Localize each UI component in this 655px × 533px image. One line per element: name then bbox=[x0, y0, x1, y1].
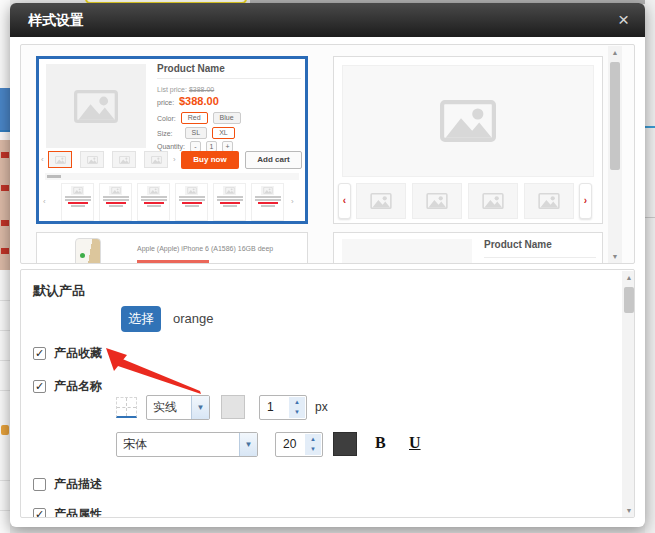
thumbs-next-icon: › bbox=[173, 155, 176, 164]
main-image-placeholder bbox=[46, 64, 146, 148]
image-placeholder-icon bbox=[440, 100, 496, 142]
scroll-up-icon[interactable]: ▲ bbox=[622, 271, 635, 285]
size-option-xl: XL bbox=[212, 127, 235, 139]
color-option-blue: Blue bbox=[213, 112, 241, 124]
border-color-swatch[interactable] bbox=[221, 395, 245, 419]
settings-form-panel: 默认产品 选择 orange ✓ 产品收藏 ✓ 产品名称 实线 ▼ 1 ▲ bbox=[20, 269, 635, 518]
template-card-gallery[interactable]: ‹ › bbox=[333, 56, 603, 224]
related-prev-icon: ‹ bbox=[43, 197, 46, 206]
border-side-picker[interactable] bbox=[116, 397, 137, 418]
preview-product-name: Product Name bbox=[157, 63, 225, 74]
form-scrollbar[interactable]: ▲ ▼ bbox=[622, 271, 635, 518]
spinner-up-icon[interactable]: ▲ bbox=[305, 434, 321, 444]
scrollbar-thumb[interactable] bbox=[624, 287, 634, 313]
color-option-red: Red bbox=[181, 112, 208, 124]
related-product-card bbox=[99, 183, 132, 221]
phone-price-bar bbox=[137, 260, 209, 264]
preview-price: $388.00 bbox=[179, 95, 219, 107]
check-icon: ✓ bbox=[35, 347, 44, 359]
font-color-swatch[interactable] bbox=[333, 432, 357, 456]
select-product-button[interactable]: 选择 bbox=[121, 306, 161, 332]
image-placeholder-icon bbox=[74, 90, 118, 123]
phone-title: Apple (Apple) iPhone 6 (A1586) 16GB deep bbox=[137, 245, 273, 252]
selected-product-value: orange bbox=[173, 311, 213, 326]
template-card-phone[interactable]: Apple (Apple) iPhone 6 (A1586) 16GB deep bbox=[36, 232, 308, 264]
checkbox[interactable]: ✓ bbox=[33, 508, 46, 518]
preview-color-row: Color: Red Blue bbox=[157, 112, 241, 124]
prev-icon: ‹ bbox=[343, 195, 346, 206]
background-gray-rule bbox=[645, 217, 655, 218]
background-icon bbox=[1, 425, 9, 435]
dialog-title: 样式设置 bbox=[28, 3, 84, 37]
spinner[interactable]: ▲ ▼ bbox=[289, 397, 305, 418]
background-banner bbox=[0, 88, 10, 132]
add-cart-button: Add cart bbox=[245, 151, 302, 169]
spinner-down-icon[interactable]: ▼ bbox=[305, 444, 321, 454]
preview-scrollbar[interactable]: ▲ ▼ bbox=[608, 46, 622, 264]
gallery-thumbnail bbox=[356, 183, 406, 219]
scroll-up-icon[interactable]: ▲ bbox=[608, 46, 622, 60]
check-icon: ✓ bbox=[35, 508, 44, 518]
font-size-input[interactable]: 20 ▲ ▼ bbox=[275, 432, 323, 457]
related-product-card bbox=[213, 183, 246, 221]
checkbox[interactable]: ✓ bbox=[33, 380, 46, 393]
px-unit-label: px bbox=[315, 400, 328, 414]
related-product-card bbox=[137, 183, 170, 221]
related-next-icon: › bbox=[291, 197, 294, 206]
chevron-down-icon[interactable]: ▼ bbox=[239, 433, 257, 456]
spinner-down-icon[interactable]: ▼ bbox=[289, 407, 305, 417]
thumbnail-selected bbox=[48, 151, 72, 168]
checkbox-row-product-favorite[interactable]: ✓ 产品收藏 bbox=[33, 345, 102, 362]
template-card-product-detail-2[interactable]: Product Name List price: $388.00 bbox=[333, 232, 603, 264]
size-option-sl: SL bbox=[185, 127, 208, 139]
gallery-thumbnail bbox=[524, 183, 574, 219]
thumbs-prev-icon: ‹ bbox=[41, 155, 44, 164]
bold-button[interactable]: B bbox=[375, 434, 386, 452]
related-product-card bbox=[251, 183, 284, 221]
preview-product-name: Product Name bbox=[484, 239, 552, 250]
background-page-left-strip bbox=[0, 0, 10, 533]
checkbox[interactable]: ✓ bbox=[33, 347, 46, 360]
dialog-header[interactable]: 样式设置 × bbox=[10, 3, 645, 37]
related-product-card bbox=[175, 183, 208, 221]
checkbox-row-product-description[interactable]: 产品描述 bbox=[33, 476, 102, 493]
next-icon: › bbox=[584, 195, 587, 206]
chevron-down-icon[interactable]: ▼ bbox=[191, 396, 209, 419]
related-section-header bbox=[45, 173, 299, 180]
spinner-up-icon[interactable]: ▲ bbox=[289, 397, 305, 407]
check-icon: ✓ bbox=[35, 380, 44, 392]
gallery-next-button: › bbox=[579, 183, 592, 219]
border-width-input[interactable]: 1 ▲ ▼ bbox=[259, 395, 307, 420]
font-family-dropdown[interactable]: 宋体 ▼ bbox=[116, 432, 258, 457]
scrollbar-thumb[interactable] bbox=[610, 62, 620, 170]
preview-list-price: List price: $388.00 bbox=[157, 86, 214, 93]
image-placeholder bbox=[342, 239, 472, 264]
template-preview-panel: Product Name List price: $388.00 price: … bbox=[20, 44, 635, 264]
underline-button[interactable]: U bbox=[409, 434, 421, 452]
gallery-thumbnail bbox=[468, 183, 518, 219]
gallery-image-placeholder bbox=[342, 65, 594, 177]
screen: 样式设置 × Product Name List price: $388.00 … bbox=[0, 0, 655, 533]
preview-size-row: Size: SL XL bbox=[157, 127, 235, 139]
scroll-down-icon[interactable]: ▼ bbox=[608, 250, 622, 264]
style-settings-dialog: 样式设置 × Product Name List price: $388.00 … bbox=[10, 3, 645, 527]
background-page-right-strip bbox=[645, 0, 655, 533]
checkbox-row-product-attributes[interactable]: ✓ 产品属性 bbox=[33, 506, 102, 518]
thumbnail bbox=[80, 151, 104, 168]
buy-now-button: Buy now bbox=[181, 151, 239, 169]
phone-image bbox=[75, 238, 101, 264]
border-style-dropdown[interactable]: 实线 ▼ bbox=[146, 395, 210, 420]
template-card-product-detail-selected[interactable]: Product Name List price: $388.00 price: … bbox=[36, 56, 308, 224]
checkbox-row-product-name[interactable]: ✓ 产品名称 bbox=[33, 378, 102, 395]
default-product-label: 默认产品 bbox=[33, 282, 85, 300]
spinner[interactable]: ▲ ▼ bbox=[305, 434, 321, 455]
background-promo-image bbox=[0, 140, 10, 270]
thumbnail bbox=[144, 151, 168, 168]
thumbnail bbox=[112, 151, 136, 168]
checkbox[interactable] bbox=[33, 478, 46, 491]
scroll-down-icon[interactable]: ▼ bbox=[622, 504, 635, 518]
close-icon[interactable]: × bbox=[618, 8, 629, 32]
gallery-thumbnail bbox=[412, 183, 462, 219]
preview-price-label: price: bbox=[157, 99, 174, 106]
background-blue-rule bbox=[645, 126, 655, 128]
